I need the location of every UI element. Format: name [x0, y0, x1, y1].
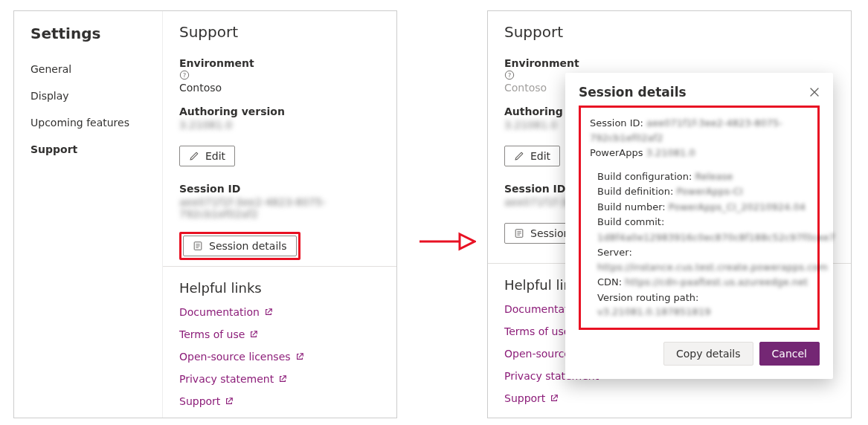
support-main-left: Support Environment ? Contoso Authoring … — [163, 11, 396, 407]
cancel-button[interactable]: Cancel — [759, 342, 820, 366]
session-details-highlight: Session details — [179, 232, 300, 260]
environment-label: Environment ? — [179, 57, 380, 80]
build-def-val: PowerApps-CI — [676, 186, 742, 197]
modal-footer: Copy details Cancel — [579, 342, 820, 366]
session-details-icon — [193, 241, 203, 251]
session-details-button-label: Session details — [209, 240, 287, 252]
routing-val: v3.21081.0.187851819 — [597, 306, 710, 317]
edit-button[interactable]: Edit — [504, 146, 560, 166]
session-id-value: aee071f1f-3ee2-4823-8075-792cb1ef02af2 — [179, 196, 380, 220]
build-commit-line: Build commit: — [597, 215, 808, 230]
powerapps-key: PowerApps — [590, 147, 643, 158]
link-privacy[interactable]: Privacy statement — [179, 373, 380, 385]
copy-details-button[interactable]: Copy details — [663, 342, 753, 366]
build-config-key: Build configuration: — [597, 171, 692, 182]
svg-text:?: ? — [183, 72, 186, 79]
external-link-icon — [249, 330, 258, 339]
sidebar-item-support[interactable]: Support — [14, 136, 162, 163]
helpful-links-title: Helpful links — [179, 280, 380, 296]
session-details-button[interactable]: Session details — [183, 236, 297, 256]
link-privacy-label[interactable]: Privacy statement — [179, 373, 274, 385]
environment-value: Contoso — [179, 82, 380, 94]
server-line: Server: https://instance.cus.test.create… — [597, 245, 808, 274]
link-oss-label[interactable]: Open-source licenses — [179, 351, 291, 363]
external-link-icon — [264, 308, 273, 317]
session-id-label: Session ID — [179, 183, 380, 195]
external-link-icon — [295, 352, 304, 361]
link-support[interactable]: Support — [504, 392, 835, 404]
session-id-line: Session ID: aee071f1f-3ee2-4823-8075-792… — [590, 116, 808, 145]
cdn-line: CDN: https://cdn-paaftest.us.azureedge.n… — [597, 275, 808, 290]
section-divider — [163, 266, 396, 267]
session-details-modal: Session details Session ID: aee071f1f-3e… — [565, 73, 833, 379]
settings-panel-left: Settings General Display Upcoming featur… — [13, 10, 397, 418]
edit-button-label: Edit — [205, 150, 225, 162]
server-key: Server: — [597, 247, 632, 258]
external-link-icon — [225, 397, 234, 406]
sidebar-item-general[interactable]: General — [14, 56, 162, 82]
authoring-version-label: Authoring version — [179, 106, 380, 117]
server-val: https://instance.cus.test.create.powerap… — [597, 262, 828, 273]
sidebar-item-upcoming-features[interactable]: Upcoming features — [14, 109, 162, 136]
powerapps-line: PowerApps 3.21081.0 — [590, 146, 808, 160]
modal-body: Session ID: aee071f1f-3ee2-4823-8075-792… — [579, 106, 820, 330]
edit-icon — [514, 151, 524, 161]
routing-key: Version routing path: — [597, 292, 698, 303]
environment-label-text: Environment — [504, 57, 579, 69]
link-documentation-label[interactable]: Documentation — [179, 306, 260, 318]
link-support[interactable]: Support — [179, 395, 380, 407]
environment-label-text: Environment — [179, 57, 254, 69]
build-commit-val: 1d8f4a0e12983916c0ec870c8f188c52c97f0cee… — [597, 232, 835, 243]
link-support-label[interactable]: Support — [179, 395, 220, 407]
edit-button[interactable]: Edit — [179, 146, 235, 166]
build-config-val: Release — [695, 171, 733, 182]
external-link-icon — [278, 374, 287, 383]
build-config-line: Build configuration: Release — [597, 169, 808, 184]
cdn-key: CDN: — [597, 276, 622, 288]
link-oss[interactable]: Open-source licenses — [179, 351, 380, 363]
cdn-val: https://cdn-paaftest.us.azureedge.net — [625, 276, 808, 288]
modal-header: Session details — [579, 85, 820, 100]
settings-sidebar: Settings General Display Upcoming featur… — [14, 11, 163, 418]
authoring-version-value: 3.21081.0 — [179, 119, 380, 131]
build-commit-key: Build commit: — [597, 216, 664, 227]
arrow-icon — [417, 230, 476, 253]
help-icon[interactable]: ? — [179, 70, 380, 80]
settings-title: Settings — [14, 22, 162, 56]
edit-button-label: Edit — [530, 150, 550, 162]
edit-icon — [189, 151, 199, 161]
build-commit-val-line: 1d8f4a0e12983916c0ec870c8f188c52c97f0cee… — [597, 230, 808, 245]
routing-line: Version routing path: v3.21081.0.1878518… — [597, 291, 808, 319]
link-documentation[interactable]: Documentation — [179, 306, 380, 318]
build-def-key: Build definition: — [597, 186, 673, 197]
link-terms-label[interactable]: Terms of use — [504, 325, 570, 337]
link-terms[interactable]: Terms of use — [179, 328, 380, 340]
page-title: Support — [504, 23, 835, 41]
powerapps-val: 3.21081.0 — [646, 147, 695, 158]
session-id-key: Session ID: — [590, 117, 643, 129]
build-num-line: Build number: PowerApps_CI_20210924.04 — [597, 200, 808, 215]
sidebar-item-display[interactable]: Display — [14, 82, 162, 109]
page-title: Support — [179, 23, 380, 41]
session-details-icon — [514, 228, 524, 239]
svg-marker-7 — [460, 234, 475, 249]
build-num-key: Build number: — [597, 201, 666, 212]
build-num-val: PowerApps_CI_20210924.04 — [669, 201, 806, 212]
build-def-line: Build definition: PowerApps-CI — [597, 184, 808, 199]
modal-title: Session details — [579, 85, 687, 100]
svg-text:?: ? — [508, 72, 511, 79]
close-icon[interactable] — [809, 87, 820, 97]
link-support-label[interactable]: Support — [504, 392, 545, 404]
link-terms-label[interactable]: Terms of use — [179, 328, 245, 340]
external-link-icon — [550, 394, 559, 403]
